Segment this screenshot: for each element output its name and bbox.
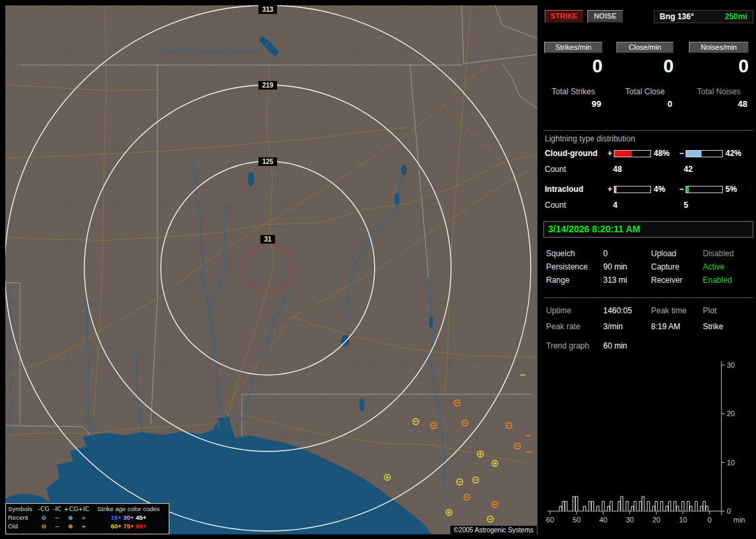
receiver-status: Enabled (703, 275, 755, 286)
neg-cg-old-icon: ⊖ (37, 522, 50, 531)
ic-positive-bar (614, 186, 651, 193)
copyright-label: ©2005 Astrogenic Systems (450, 526, 537, 534)
squelch-value: 0 (603, 249, 651, 260)
peak-rate-row: Peak rate 3/min 8:19 AM Strike (546, 322, 755, 333)
persistence-row: Persistence 90 min Capture Active (546, 262, 755, 273)
squelch-label: Squelch (546, 249, 603, 260)
cg-negative-pct: 42% (725, 149, 749, 158)
trend-window-value: 60 min (603, 341, 651, 352)
age-60: 60+ (111, 522, 122, 530)
map-legend: Symbols -CG -IC +CG +IC Strike age color… (5, 503, 169, 534)
legend-header-row: Symbols -CG -IC +CG +IC Strike age color… (8, 505, 167, 514)
ic-positive-count: 4 (613, 200, 684, 210)
bearing-range-display: Bng 136° 250mi (654, 10, 753, 23)
cg-positive-bar (614, 150, 651, 157)
cg-positive-pct: 48% (654, 149, 678, 158)
neg-cg-icon: ⊖ (37, 514, 50, 522)
cg-count-row: Count 48 42 (545, 165, 755, 174)
total-close-value: 0 (616, 99, 674, 109)
neg-ic-old-icon: − (50, 522, 64, 531)
close-per-min-button[interactable]: Close/min (616, 42, 674, 53)
cg-positive-count: 48 (613, 165, 684, 174)
upload-label: Upload (651, 249, 703, 260)
section-divider (543, 130, 753, 131)
ic-count-row: Count 4 5 (545, 200, 755, 210)
nexstorm-window: { "window": { "copyright": "©2005 Astrog… (0, 0, 756, 539)
noises-per-min-button[interactable]: Noises/min (689, 42, 749, 53)
distribution-title: Lightning type distribution (545, 134, 635, 143)
minus-sign: − (678, 185, 686, 194)
legend-col-pos-cg: +CG (64, 505, 77, 514)
plus-sign: + (606, 185, 614, 194)
uptime-label: Uptime (546, 306, 603, 317)
total-strikes-label: Total Strikes (544, 87, 603, 96)
x-tick-label: 10 (679, 516, 687, 524)
squelch-row: Squelch 0 Upload Disabled (546, 249, 755, 260)
plus-sign: + (606, 149, 614, 158)
upload-status: Disabled (703, 249, 755, 260)
minus-sign: − (678, 149, 686, 158)
datetime-display: 3/14/2026 8:20:11 AM (543, 221, 753, 238)
neg-ic-icon: − (50, 514, 64, 522)
ic-positive-fill (614, 187, 616, 193)
age-30: 30+ (123, 514, 134, 521)
x-tick-label: 50 (573, 516, 581, 524)
trend-graph-label: Trend graph (546, 341, 603, 352)
noise-mode-button[interactable]: NOISE (587, 10, 623, 23)
strike-mode-button[interactable]: STRIKE (545, 10, 583, 23)
plot-label: Plot (703, 306, 755, 317)
legend-col-pos-ic: +IC (77, 505, 90, 514)
age-15: 15+ (111, 514, 122, 521)
strikes-per-min-value: 0 (544, 56, 603, 77)
ic-negative-pct: 5% (725, 185, 749, 194)
ic-negative-fill (686, 187, 689, 193)
legend-col-neg-ic: -IC (50, 505, 64, 514)
cg-negative-count: 42 (684, 165, 755, 174)
cloud-ground-row: Cloud-ground + 48% − 42% (545, 149, 755, 158)
legend-old-label: Old (8, 522, 37, 531)
trend-graph-row: Trend graph 60 min (546, 341, 755, 352)
peak-time-label: Peak time (651, 306, 703, 317)
y-tick-label: 30 (727, 361, 735, 369)
map-canvas[interactable]: 31321912531 (5, 5, 537, 534)
legend-recent-row: Recent ⊖ − ⊕ + 15+ 30+ 45+ (8, 514, 167, 522)
x-tick-label: 0 (708, 516, 711, 524)
x-tick-label: 20 (652, 516, 660, 524)
legend-age-title: Strike age color codes (90, 505, 167, 514)
ic-negative-bar (686, 186, 723, 193)
plot-mode-value: Strike (703, 322, 755, 333)
age-75: 75+ (123, 522, 134, 530)
pos-cg-old-icon: ⊕ (64, 522, 77, 531)
range-label: Range (546, 275, 603, 286)
strikes-per-min-button[interactable]: Strikes/min (544, 42, 603, 53)
uptime-row: Uptime 1460:05 Peak time Plot (546, 306, 755, 317)
trend-graph: 01020306050403020100min (542, 358, 756, 532)
age-90: 90+ (136, 522, 146, 530)
section-divider (543, 297, 753, 298)
y-tick-label: 10 (727, 459, 735, 467)
bearing-value: Bng 136° (660, 12, 694, 21)
cg-positive-fill (614, 151, 632, 157)
legend-symbols-title: Symbols (8, 505, 37, 514)
ring-label: 313 (262, 6, 274, 13)
lightning-map[interactable]: 31321912531 Symbols -CG -IC +CG +IC Stri… (5, 5, 537, 534)
legend-col-neg-cg: -CG (37, 505, 50, 514)
cursor-range-value: 250mi (725, 12, 747, 21)
peak-rate-label: Peak rate (546, 322, 603, 333)
cg-count-label: Count (545, 165, 613, 174)
x-tick-label: 60 (546, 516, 554, 524)
legend-recent-ages: 15+ 30+ 45+ (90, 514, 167, 522)
receiver-label: Receiver (651, 275, 703, 286)
y-tick-label: 20 (727, 410, 735, 418)
persistence-label: Persistence (546, 262, 603, 273)
legend-recent-label: Recent (8, 514, 37, 522)
total-noises-value: 48 (689, 99, 749, 109)
total-noises-label: Total Noises (689, 87, 749, 96)
pos-ic-icon: + (77, 514, 90, 522)
age-45: 45+ (136, 514, 146, 521)
intracloud-label: Intracloud (545, 185, 606, 194)
ic-count-label: Count (545, 200, 613, 210)
pos-ic-old-icon: + (77, 522, 90, 531)
control-panel: STRIKE NOISE Bng 136° 250mi Strikes/min … (542, 0, 756, 539)
trend-histogram (559, 497, 708, 511)
